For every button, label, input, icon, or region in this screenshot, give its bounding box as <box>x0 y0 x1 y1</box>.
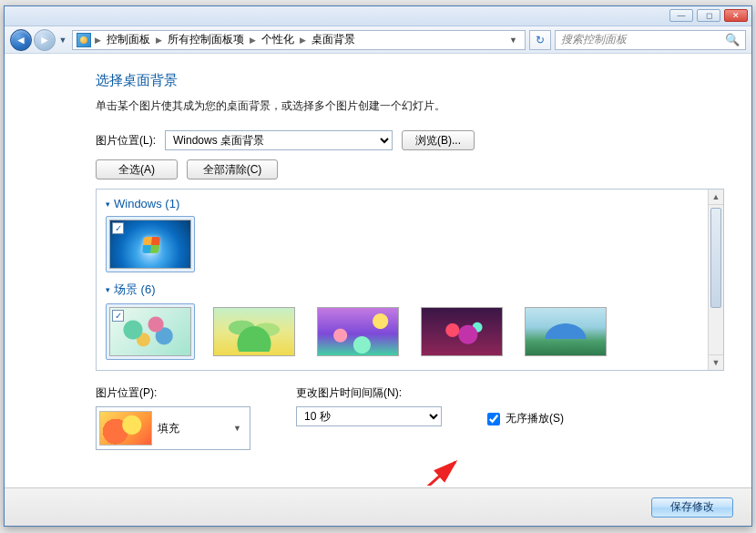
page-title: 选择桌面背景 <box>96 72 724 89</box>
back-button[interactable]: ◄ <box>10 29 32 51</box>
search-icon: 🔍 <box>725 33 740 46</box>
position-value: 填充 <box>158 421 179 436</box>
minimize-button[interactable]: — <box>669 9 693 22</box>
crumb-sep-icon: ▶ <box>298 36 308 45</box>
wallpaper-image <box>213 307 295 356</box>
thumb-checkbox[interactable]: ✓ <box>112 310 124 322</box>
footer: 保存修改 <box>5 487 751 526</box>
refresh-button[interactable]: ↻ <box>529 30 551 50</box>
personalization-icon <box>77 33 91 47</box>
close-button[interactable]: ✕ <box>724 9 748 22</box>
crumb-sep-icon: ▶ <box>93 36 103 45</box>
search-placeholder: 搜索控制面板 <box>561 32 627 47</box>
shuffle-checkbox[interactable] <box>487 413 500 425</box>
wallpaper-thumb[interactable]: ✓ <box>106 216 195 272</box>
search-input[interactable]: 搜索控制面板 🔍 <box>555 30 746 50</box>
titlebar: — ◻ ✕ <box>5 6 751 26</box>
wallpaper-image: ✓ <box>109 220 191 269</box>
address-bar[interactable]: ▶ 控制面板 ▶ 所有控制面板项 ▶ 个性化 ▶ 桌面背景 ▼ <box>72 30 526 50</box>
picture-position-dropdown[interactable]: 填充 ▼ <box>96 406 250 450</box>
chevron-down-icon: ▼ <box>233 424 247 433</box>
interval-column: 更改图片时间间隔(N): 10 秒 <box>296 385 442 426</box>
picture-location-dropdown[interactable]: Windows 桌面背景 <box>165 130 393 150</box>
position-preview-image <box>99 411 152 446</box>
wallpaper-image <box>421 307 503 356</box>
crumb-all-items[interactable]: 所有控制面板项 <box>166 32 246 47</box>
maximize-button[interactable]: ◻ <box>697 9 720 22</box>
shuffle-checkbox-row[interactable]: 无序播放(S) <box>487 411 564 426</box>
crumb-personalization[interactable]: 个性化 <box>260 32 296 47</box>
select-buttons-row: 全选(A) 全部清除(C) <box>96 159 724 179</box>
select-all-button[interactable]: 全选(A) <box>96 159 178 179</box>
annotation-arrow <box>328 446 492 486</box>
thumb-checkbox[interactable]: ✓ <box>112 222 124 234</box>
wallpaper-image: ✓ <box>109 307 191 356</box>
nav-history-dropdown[interactable]: ▼ <box>57 36 68 45</box>
wallpaper-thumb[interactable] <box>417 303 506 360</box>
content-area: 选择桌面背景 单击某个图片使其成为您的桌面背景，或选择多个图片创建一个幻灯片。 … <box>5 54 751 486</box>
page-subtitle: 单击某个图片使其成为您的桌面背景，或选择多个图片创建一个幻灯片。 <box>96 98 724 114</box>
refresh-icon: ↻ <box>536 34 545 46</box>
picture-location-label: 图片位置(L): <box>96 133 156 149</box>
save-changes-button[interactable]: 保存修改 <box>651 497 733 518</box>
wallpaper-thumb[interactable] <box>313 303 403 360</box>
address-dropdown-icon[interactable]: ▼ <box>506 36 521 45</box>
clear-all-button[interactable]: 全部清除(C) <box>187 159 278 179</box>
thumb-row-scenes: ✓ <box>106 303 714 360</box>
interval-label: 更改图片时间间隔(N): <box>296 385 442 401</box>
thumb-row-windows: ✓ <box>106 216 714 272</box>
crumb-control-panel[interactable]: 控制面板 <box>105 32 152 47</box>
svg-line-0 <box>346 462 455 486</box>
nav-back-forward: ◄ ► ▼ <box>10 29 68 51</box>
wallpaper-thumb[interactable] <box>209 303 299 360</box>
picture-location-row: 图片位置(L): Windows 桌面背景 浏览(B)... <box>96 130 724 150</box>
wallpaper-thumb[interactable] <box>521 303 610 360</box>
crumb-sep-icon: ▶ <box>154 36 164 45</box>
control-panel-window: — ◻ ✕ ◄ ► ▼ ▶ 控制面板 ▶ 所有控制面板项 ▶ 个性化 ▶ 桌面背… <box>4 5 752 527</box>
disclosure-triangle-icon: ▾ <box>106 200 110 209</box>
forward-button[interactable]: ► <box>34 29 56 51</box>
group-header-windows[interactable]: ▾ Windows (1) <box>106 197 714 210</box>
shuffle-label: 无序播放(S) <box>506 411 564 426</box>
wallpaper-thumb[interactable]: ✓ <box>106 303 195 360</box>
position-column: 图片位置(P): 填充 ▼ <box>96 385 250 450</box>
wallpaper-image <box>317 307 399 356</box>
crumb-desktop-background[interactable]: 桌面背景 <box>310 32 357 47</box>
wallpaper-image <box>525 307 607 356</box>
interval-dropdown[interactable]: 10 秒 <box>296 406 442 426</box>
disclosure-triangle-icon: ▾ <box>106 285 110 294</box>
wallpaper-list-panel: ▾ Windows (1) ✓ ▾ 场景 (6) ✓ <box>96 189 724 371</box>
scroll-down-icon[interactable]: ▼ <box>709 354 723 370</box>
picture-position-label: 图片位置(P): <box>96 385 250 401</box>
browse-button[interactable]: 浏览(B)... <box>402 130 475 150</box>
scroll-thumb[interactable] <box>710 208 721 308</box>
crumb-sep-icon: ▶ <box>248 36 258 45</box>
nav-row: ◄ ► ▼ ▶ 控制面板 ▶ 所有控制面板项 ▶ 个性化 ▶ 桌面背景 ▼ ↻ … <box>5 26 751 54</box>
group-header-scenes[interactable]: ▾ 场景 (6) <box>106 282 714 298</box>
window-buttons: — ◻ ✕ <box>669 9 748 22</box>
scroll-up-icon[interactable]: ▲ <box>709 190 723 205</box>
options-row: 图片位置(P): 填充 ▼ 更改图片时间间隔(N): 10 秒 无序播放(S) <box>96 385 724 450</box>
scrollbar[interactable]: ▲ ▼ <box>708 190 723 370</box>
